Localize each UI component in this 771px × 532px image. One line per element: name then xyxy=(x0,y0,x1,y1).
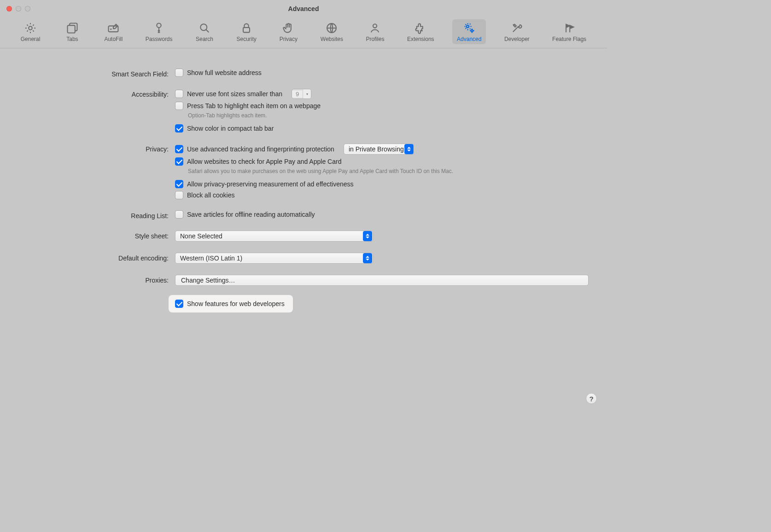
tracking-mode-popup[interactable]: in Private Browsing xyxy=(344,144,415,155)
toolbar-privacy[interactable]: Privacy xyxy=(275,19,302,44)
section-label: Reading List: xyxy=(18,210,175,220)
toolbar-profiles[interactable]: Profiles xyxy=(361,19,389,44)
show-dev-features-checkbox[interactable] xyxy=(175,300,183,308)
checkbox-label: Show full website address xyxy=(187,69,262,76)
minimize-window-button[interactable] xyxy=(16,6,21,12)
tabs-icon xyxy=(65,21,79,35)
zoom-window-button[interactable] xyxy=(25,6,30,12)
updown-arrows-icon xyxy=(363,231,372,241)
toolbar-security[interactable]: Security xyxy=(232,19,261,44)
press-tab-checkbox[interactable] xyxy=(175,102,183,110)
chevron-down-icon[interactable]: ▾ xyxy=(303,89,311,98)
encoding-popup[interactable]: Western (ISO Latin 1) xyxy=(175,253,373,264)
reading-list-row: Reading List: Save articles for offline … xyxy=(18,210,589,220)
toolbar-tabs[interactable]: Tabs xyxy=(58,19,86,44)
toolbar-developer[interactable]: Developer xyxy=(500,19,534,44)
section-label: Style sheet: xyxy=(18,231,175,240)
popup-value: Western (ISO Latin 1) xyxy=(180,254,242,262)
toolbar-search[interactable]: Search xyxy=(191,19,218,44)
checkbox-label: Save articles for offline reading automa… xyxy=(187,211,315,218)
toolbar-feature-flags[interactable]: Feature Flags xyxy=(548,19,591,44)
toolbar-general[interactable]: General xyxy=(16,19,45,44)
popup-value: None Selected xyxy=(180,232,222,240)
toolbar-label: Feature Flags xyxy=(552,36,586,42)
checkbox-label: Allow privacy-preserving measurement of … xyxy=(187,180,354,188)
titlebar: Advanced xyxy=(0,0,607,17)
preferences-content: Smart Search Field: Show full website ad… xyxy=(0,48,607,334)
toolbar-autofill[interactable]: AutoFill xyxy=(99,19,127,44)
close-window-button[interactable] xyxy=(6,6,12,12)
svg-point-3 xyxy=(157,23,161,28)
checkbox-label: Press Tab to highlight each item on a we… xyxy=(187,102,321,110)
section-label: Default encoding: xyxy=(18,253,175,262)
apple-pay-hint: Safari allows you to make purchases on t… xyxy=(188,168,520,175)
help-icon: ? xyxy=(589,395,593,403)
checkbox-label: Never use font sizes smaller than xyxy=(187,90,282,98)
svg-point-7 xyxy=(373,24,377,28)
toolbar-label: General xyxy=(21,36,41,42)
tools-icon xyxy=(510,21,524,35)
style-sheet-popup[interactable]: None Selected xyxy=(175,231,373,242)
toolbar-websites[interactable]: Websites xyxy=(316,19,348,44)
smart-search-row: Smart Search Field: Show full website ad… xyxy=(18,69,589,78)
toolbar-label: Developer xyxy=(504,36,530,42)
hand-icon xyxy=(281,21,295,35)
checkbox-label: Show features for web developers xyxy=(187,300,285,307)
checkbox[interactable] xyxy=(175,69,183,77)
tracking-protection-checkbox[interactable] xyxy=(175,145,183,153)
toolbar-label: Extensions xyxy=(407,36,434,42)
updown-arrows-icon xyxy=(404,144,414,154)
globe-icon xyxy=(325,21,339,35)
font-size-stepper[interactable]: 9 ▾ xyxy=(292,89,311,99)
section-label: Proxies: xyxy=(18,275,175,284)
svg-point-0 xyxy=(29,26,32,29)
min-font-size-checkbox[interactable] xyxy=(175,90,183,98)
traffic-lights xyxy=(6,6,30,12)
toolbar-label: Profiles xyxy=(366,36,384,42)
checkbox-label: Show color in compact tab bar xyxy=(187,125,274,132)
toolbar-advanced[interactable]: Advanced xyxy=(452,19,486,44)
search-icon xyxy=(198,21,211,35)
toolbar-label: Privacy xyxy=(280,36,298,42)
preferences-toolbar: General Tabs AutoFill Passwords Search S… xyxy=(0,17,607,48)
apple-pay-checkbox[interactable] xyxy=(175,157,183,166)
show-dev-features-row[interactable]: Show features for web developers xyxy=(175,300,285,308)
block-cookies-checkbox[interactable] xyxy=(175,191,183,199)
checkbox[interactable] xyxy=(175,210,183,219)
show-full-address-checkbox[interactable]: Show full website address xyxy=(175,69,589,77)
svg-point-4 xyxy=(200,24,207,30)
change-settings-button[interactable]: Change Settings… xyxy=(175,275,589,286)
show-color-checkbox[interactable] xyxy=(175,124,183,133)
section-label: Smart Search Field: xyxy=(18,69,175,78)
toolbar-label: Security xyxy=(236,36,256,42)
section-label: Accessibility: xyxy=(18,89,175,98)
toolbar-passwords[interactable]: Passwords xyxy=(141,19,177,44)
lock-icon xyxy=(239,21,253,35)
help-button[interactable]: ? xyxy=(586,393,597,404)
gear-icon xyxy=(23,21,37,35)
section-label: Privacy: xyxy=(18,144,175,153)
toolbar-label: Advanced xyxy=(457,36,481,42)
svg-rect-1 xyxy=(67,25,75,33)
toolbar-label: Passwords xyxy=(146,36,173,42)
style-sheet-row: Style sheet: None Selected xyxy=(18,231,589,242)
checkbox-label: Block all cookies xyxy=(187,191,235,199)
encoding-row: Default encoding: Western (ISO Latin 1) xyxy=(18,253,589,264)
svg-point-8 xyxy=(467,25,469,28)
privacy-row: Privacy: Use advanced tracking and finge… xyxy=(18,144,589,199)
stepper-value: 9 xyxy=(292,91,303,98)
window-title: Advanced xyxy=(0,5,607,12)
ad-measurement-checkbox[interactable] xyxy=(175,180,183,188)
save-offline-checkbox-row[interactable]: Save articles for offline reading automa… xyxy=(175,210,589,219)
toolbar-label: Search xyxy=(196,36,213,42)
checkbox-label: Use advanced tracking and fingerprinting… xyxy=(187,145,334,153)
updown-arrows-icon xyxy=(363,253,372,263)
button-label: Change Settings… xyxy=(181,277,235,284)
puzzle-icon xyxy=(414,21,427,35)
toolbar-label: Tabs xyxy=(66,36,78,42)
developer-row: Show features for web developers xyxy=(18,289,589,312)
person-icon xyxy=(368,21,382,35)
svg-point-9 xyxy=(471,30,473,32)
toolbar-extensions[interactable]: Extensions xyxy=(403,19,439,44)
proxies-row: Proxies: Change Settings… xyxy=(18,275,589,286)
